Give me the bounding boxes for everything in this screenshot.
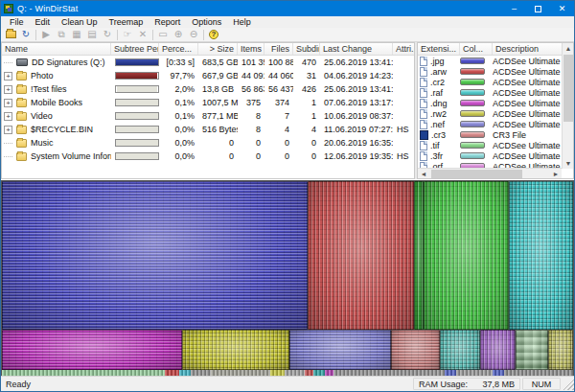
tree-cell-last_change: 11.06.2019 07:27:40 bbox=[320, 125, 393, 134]
expander-plus-icon[interactable]: + bbox=[4, 72, 12, 81]
minimize-button[interactable]: – bbox=[502, 1, 526, 16]
table-row[interactable]: +!Test files2,0%13,8 GB56 86356 43742625… bbox=[2, 82, 414, 96]
directory-tree-panel: NameSubtree Percent...Perce...> SizeItem… bbox=[1, 42, 415, 179]
treemap-block-cr2[interactable] bbox=[424, 181, 509, 330]
treemap-block-nef[interactable] bbox=[289, 330, 390, 370]
file-type-icon bbox=[420, 120, 427, 129]
help-icon[interactable]: ? bbox=[206, 28, 221, 41]
list-item[interactable]: .nefACDSee Ultimate 2019 NEF I... bbox=[418, 119, 562, 129]
table-row[interactable]: Music0,0%000020.06.2019 16:35:38 bbox=[2, 136, 414, 150]
tree-cell-files: 7 bbox=[264, 111, 293, 121]
list-item[interactable]: .3frACDSee Ultimate 2019 3FR I... bbox=[418, 150, 562, 161]
treemap-block-rw2[interactable] bbox=[182, 330, 289, 370]
tree-cell-size: 667,9 GB bbox=[198, 71, 238, 81]
scroll-right-icon[interactable]: ► bbox=[550, 169, 562, 179]
table-row[interactable]: +$RECYCLE.BIN0,0%516 Bytes84411.06.2019 … bbox=[2, 123, 414, 136]
tree-cell-percent: 0,0% bbox=[159, 151, 198, 161]
list-item[interactable]: .cr3CR3 File bbox=[418, 129, 562, 140]
ext-header-2[interactable]: Description bbox=[493, 43, 564, 55]
treemap-block-jpg[interactable] bbox=[2, 181, 308, 330]
ext-name-cell: .arw bbox=[418, 67, 460, 77]
color-swatch bbox=[460, 68, 485, 75]
scroll-left-icon[interactable]: ◄ bbox=[418, 169, 429, 179]
tree-item-label: Video bbox=[31, 111, 53, 121]
vertical-scroll-thumb[interactable] bbox=[564, 55, 573, 122]
ext-header-1[interactable]: Col... bbox=[460, 43, 493, 55]
color-swatch bbox=[460, 110, 485, 117]
tree-item-label: Photo bbox=[31, 71, 54, 81]
list-item[interactable]: .rafACDSee Ultimate 2019 RAF I... bbox=[418, 87, 562, 98]
list-item[interactable]: .cr2ACDSee Ultimate 2019 CR2 I... bbox=[418, 77, 562, 87]
table-row[interactable]: System Volume Information0,0%000012.06.2… bbox=[2, 150, 414, 163]
tree-header-3[interactable]: > Size bbox=[198, 43, 238, 55]
tree-cell-items: 375 bbox=[238, 98, 264, 107]
ext-column-headers: Extensi...Col...Description bbox=[418, 43, 562, 56]
menu-item-edit[interactable]: Edit bbox=[30, 17, 57, 27]
tree-cell-size: 13,8 GB bbox=[198, 84, 238, 94]
expander-plus-icon[interactable]: + bbox=[4, 85, 12, 94]
scroll-up-icon[interactable]: ▲ bbox=[563, 43, 574, 54]
subtree-percentage-bar bbox=[115, 112, 159, 120]
ext-name-cell: .dng bbox=[418, 99, 460, 108]
tree-header-1[interactable]: Subtree Percent... bbox=[111, 43, 159, 55]
menu-item-clean-up[interactable]: Clean Up bbox=[56, 17, 104, 27]
table-row[interactable]: +Mobile Books0,1%1007,5 MB375374107.06.2… bbox=[2, 96, 414, 109]
tree-header-4[interactable]: Items bbox=[238, 43, 264, 55]
treemap-block-dng[interactable] bbox=[2, 330, 182, 370]
table-row[interactable]: +Video0,1%877,1 MB87110.06.2019 08:37:43 bbox=[2, 109, 414, 123]
tree-cell-percent: [0:33 s] bbox=[159, 58, 198, 67]
table-row[interactable]: DD Signatures (Q:)[0:33 s]683,5 GB101 35… bbox=[2, 56, 414, 69]
tree-header-8[interactable]: Attri... bbox=[393, 43, 415, 55]
menu-item-report[interactable]: Report bbox=[149, 17, 186, 27]
tree-header-2[interactable]: Perce... bbox=[159, 43, 198, 55]
tree-header-5[interactable]: Files bbox=[264, 43, 293, 55]
ext-label: .raf bbox=[430, 88, 443, 98]
treemap-block-raf[interactable] bbox=[509, 181, 573, 330]
open-folder-glyph bbox=[6, 31, 16, 38]
menu-item-file[interactable]: File bbox=[4, 17, 30, 27]
ext-horizontal-scrollbar[interactable]: ◄ ► bbox=[418, 168, 562, 178]
treemap-block-tif[interactable] bbox=[516, 330, 547, 370]
play-icon: ▶ bbox=[38, 28, 54, 41]
toolbar: ↻▶⧉▦▤↻☞✕▭⊕⊖? bbox=[1, 28, 574, 42]
open-icon[interactable] bbox=[3, 28, 18, 41]
bar-fill bbox=[116, 59, 158, 65]
expander-plus-icon[interactable]: + bbox=[4, 99, 12, 107]
treemap-block-cr3[interactable] bbox=[391, 330, 440, 370]
menu-item-options[interactable]: Options bbox=[186, 17, 227, 27]
tree-header-6[interactable]: Subdirs bbox=[293, 43, 320, 55]
treemap-block-arw[interactable] bbox=[308, 181, 414, 330]
treemap-block-cr2-dark[interactable] bbox=[414, 181, 424, 330]
treemap-block-3fr[interactable] bbox=[440, 330, 480, 370]
menu-item-treemap[interactable]: Treemap bbox=[104, 17, 150, 27]
refresh-all-icon[interactable]: ↻ bbox=[18, 28, 34, 41]
tree-cell-attr: HS bbox=[393, 151, 415, 161]
color-swatch bbox=[460, 79, 485, 85]
tree-cell-size: 877,1 MB bbox=[198, 111, 238, 121]
scroll-down-icon[interactable]: ▼ bbox=[563, 158, 574, 169]
ext-header-0[interactable]: Extensi... bbox=[418, 43, 460, 55]
treemap-block-orf[interactable] bbox=[480, 330, 517, 370]
table-row[interactable]: +Photo97,7%667,9 GB44 09144 0603104.06.2… bbox=[2, 69, 414, 82]
resize-grip-icon[interactable] bbox=[563, 379, 574, 390]
ext-description: ACDSee Ultimate 2019 CR2 I... bbox=[493, 78, 562, 87]
list-item[interactable]: .arwACDSee Ultimate 2019 ARW ... bbox=[418, 66, 562, 77]
expander-plus-icon[interactable]: + bbox=[4, 126, 12, 134]
list-item[interactable]: .tifACDSee Ultimate 2019 TIFF I... bbox=[418, 140, 562, 150]
title-bar: Q: - WinDirStat – ✕ bbox=[1, 1, 574, 16]
maximize-button[interactable] bbox=[526, 1, 550, 16]
treemap-block-x3f[interactable] bbox=[548, 330, 573, 370]
list-item[interactable]: .rw2ACDSee Ultimate 2019 RW2 ... bbox=[418, 108, 562, 119]
tree-cell-subdirs: 1 bbox=[293, 111, 320, 121]
horizontal-scroll-thumb[interactable] bbox=[431, 170, 522, 178]
list-item[interactable]: .dngACDSee Ultimate 2019 DNG ... bbox=[418, 98, 562, 108]
close-button[interactable]: ✕ bbox=[550, 1, 574, 16]
tree-header-7[interactable]: Last Change bbox=[320, 43, 393, 55]
list-item[interactable]: .jpgACDSee Ultimate 2019 JPEG ... bbox=[418, 56, 562, 66]
menu-item-help[interactable]: Help bbox=[227, 17, 257, 27]
tree-header-0[interactable]: Name bbox=[2, 43, 111, 55]
ext-vertical-scrollbar[interactable]: ▲ ▼ bbox=[562, 43, 573, 169]
treemap[interactable] bbox=[2, 181, 573, 376]
ram-usage-pane: RAM Usage: 37,8 MB bbox=[413, 378, 520, 390]
expander-plus-icon[interactable]: + bbox=[4, 112, 12, 121]
